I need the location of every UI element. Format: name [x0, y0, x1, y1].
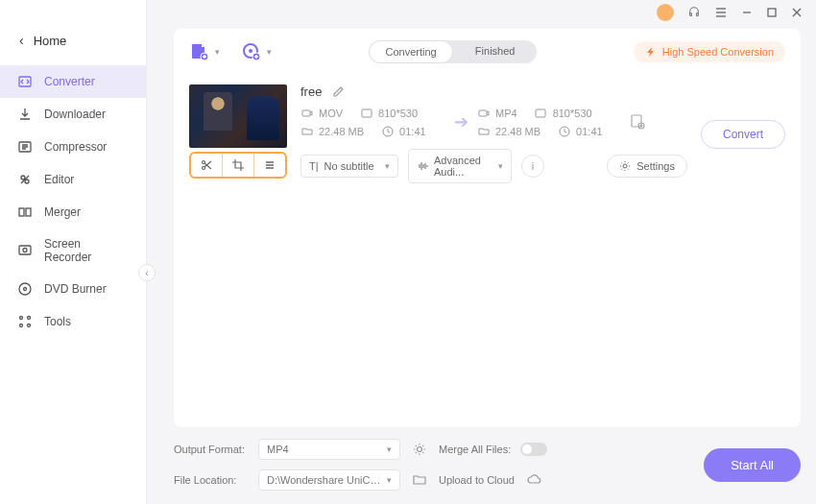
- chevron-down-icon: ▾: [387, 475, 392, 485]
- merge-toggle[interactable]: [520, 443, 547, 456]
- folder-icon: [412, 472, 427, 488]
- cloud-icon: [526, 472, 541, 488]
- titlebar: [147, 0, 816, 25]
- file-location-select[interactable]: D:\Wondershare UniConverter 1 ▾: [258, 469, 400, 491]
- gear-icon: [412, 442, 427, 457]
- source-specs: MOV 810*530 22.48 MB 01:41: [300, 107, 444, 137]
- disc-plus-icon: [241, 42, 262, 61]
- scissors-icon: [200, 158, 213, 172]
- screenrec-icon: [17, 243, 33, 258]
- audio-value: Advanced Audi...: [434, 155, 492, 178]
- add-file-button[interactable]: ▾: [189, 42, 220, 61]
- user-avatar[interactable]: [657, 4, 674, 21]
- sidebar-item-dvdburner[interactable]: DVD Burner: [0, 273, 146, 305]
- minimize-button[interactable]: [741, 7, 753, 18]
- sidebar: ‹ Home Converter Downloader Compressor E…: [0, 0, 147, 504]
- svg-rect-22: [362, 109, 372, 117]
- trim-button[interactable]: [191, 154, 222, 177]
- sidebar-item-editor[interactable]: Editor: [0, 163, 146, 196]
- sidebar-item-converter[interactable]: Converter: [0, 65, 146, 98]
- gear-icon: [619, 160, 631, 172]
- svg-rect-6: [19, 246, 31, 254]
- output-settings-button[interactable]: [629, 113, 650, 131]
- high-speed-toggle[interactable]: High Speed Conversion: [634, 41, 785, 62]
- output-format-label: Output Format:: [174, 444, 249, 455]
- tab-finished[interactable]: Finished: [453, 40, 537, 63]
- open-folder-button[interactable]: [410, 470, 429, 490]
- home-label: Home: [34, 34, 67, 48]
- svg-point-8: [19, 283, 31, 295]
- convert-tabs: Converting Finished: [369, 40, 537, 63]
- sidebar-item-compressor[interactable]: Compressor: [0, 131, 146, 163]
- converter-icon: [17, 74, 33, 89]
- output-format-value: MP4: [267, 444, 289, 455]
- svg-point-10: [20, 317, 23, 320]
- dvd-icon: [17, 281, 33, 297]
- target-specs: MP4 810*530 22.48 MB 01:41: [477, 107, 621, 137]
- tab-converting[interactable]: Converting: [369, 40, 454, 63]
- menu-icon: [263, 158, 276, 172]
- svg-rect-4: [19, 208, 24, 216]
- svg-rect-14: [768, 9, 776, 16]
- sidebar-item-merger[interactable]: Merger: [0, 196, 146, 228]
- target-duration: 01:41: [576, 126, 603, 137]
- svg-point-9: [24, 288, 27, 291]
- output-config-button[interactable]: [410, 440, 429, 459]
- video-icon: [300, 107, 313, 119]
- task-settings-button[interactable]: Settings: [607, 155, 687, 178]
- info-button[interactable]: i: [521, 155, 544, 178]
- close-button[interactable]: [791, 7, 803, 18]
- upload-cloud-button[interactable]: [524, 470, 543, 490]
- arrow-right-icon: ➔: [448, 111, 473, 132]
- sidebar-item-downloader[interactable]: Downloader: [0, 98, 146, 131]
- sidebar-item-label: DVD Burner: [44, 282, 107, 296]
- svg-rect-25: [536, 109, 545, 117]
- video-thumbnail[interactable]: [189, 84, 287, 148]
- upload-cloud-label: Upload to Cloud: [439, 474, 515, 486]
- subtitle-select[interactable]: T| No subtitle ▾: [300, 155, 398, 178]
- pencil-icon: [331, 85, 345, 99]
- start-all-button[interactable]: Start All: [704, 448, 801, 482]
- speed-label: High Speed Conversion: [662, 46, 774, 58]
- chevron-left-icon: ‹: [19, 33, 24, 48]
- svg-rect-5: [26, 208, 31, 216]
- sidebar-item-label: Editor: [44, 173, 74, 186]
- subtitle-icon: T|: [309, 160, 319, 172]
- target-format: MP4: [495, 108, 517, 119]
- file-location-label: File Location:: [174, 474, 249, 486]
- menu-icon[interactable]: [714, 6, 728, 19]
- audio-select[interactable]: Advanced Audi... ▾: [408, 149, 512, 183]
- sidebar-item-screenrecorder[interactable]: Screen Recorder: [0, 228, 146, 273]
- convert-button[interactable]: Convert: [701, 120, 785, 149]
- svg-rect-24: [479, 110, 487, 116]
- lightning-icon: [645, 46, 657, 58]
- add-dvd-button[interactable]: ▾: [241, 42, 272, 61]
- task-info: free MOV 810*530 22.48 MB 01:41: [300, 84, 687, 183]
- headset-icon[interactable]: [687, 6, 701, 19]
- crop-button[interactable]: [222, 154, 253, 177]
- source-format: MOV: [319, 108, 343, 119]
- subtitle-value: No subtitle: [324, 160, 374, 172]
- downloader-icon: [17, 107, 33, 122]
- sidebar-item-label: Compressor: [44, 140, 107, 154]
- output-format-select[interactable]: MP4 ▾: [258, 439, 400, 460]
- more-edit-button[interactable]: [253, 154, 285, 177]
- footer: Output Format: MP4 ▾ Merge All Files: Fi…: [147, 427, 816, 504]
- crop-icon: [231, 158, 245, 172]
- compressor-icon: [17, 139, 33, 155]
- file-location-value: D:\Wondershare UniConverter 1: [267, 474, 382, 486]
- target-size: 22.48 MB: [495, 126, 540, 137]
- sidebar-item-label: Tools: [44, 315, 71, 328]
- sidebar-item-label: Downloader: [44, 108, 106, 121]
- resolution-icon: [535, 107, 547, 119]
- home-button[interactable]: ‹ Home: [0, 23, 146, 65]
- sidebar-collapse-toggle[interactable]: ‹: [138, 264, 156, 281]
- source-resolution: 810*530: [378, 108, 418, 119]
- edit-tool-strip: [189, 152, 287, 179]
- task-row: free MOV 810*530 22.48 MB 01:41: [189, 84, 785, 183]
- chevron-down-icon: ▾: [215, 47, 220, 57]
- edit-title-button[interactable]: [331, 85, 345, 99]
- maximize-button[interactable]: [766, 7, 778, 18]
- sidebar-item-tools[interactable]: Tools: [0, 305, 146, 338]
- file-gear-icon: [629, 113, 646, 131]
